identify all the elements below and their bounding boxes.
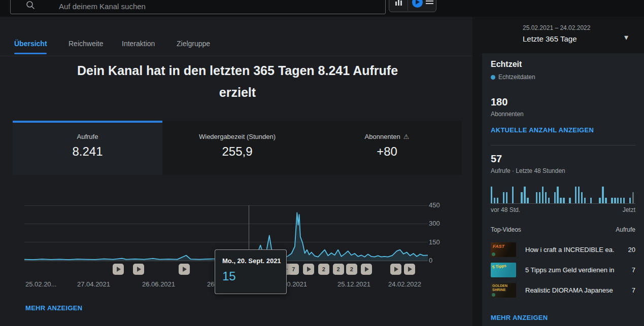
realtime-bar: [542, 187, 544, 203]
realtime-bar: [611, 198, 613, 203]
thumbnail-badge-icon: [492, 293, 495, 297]
realtime-axis-left-label: vor 48 Std.: [491, 206, 520, 213]
realtime-bar: [545, 192, 547, 203]
realtime-bar: [548, 198, 550, 203]
video-title[interactable]: Realistic DIORAMA Japanese ...: [525, 286, 614, 294]
video-title[interactable]: 5 Tipps zum Geld verdienen in...: [525, 266, 614, 274]
realtime-bar: [560, 198, 561, 203]
realtime-bar: [599, 198, 600, 203]
realtime-bar: [506, 192, 507, 203]
live-dot-icon: [491, 75, 495, 80]
realtime-bar: [512, 187, 514, 203]
video-views: 7: [632, 266, 635, 274]
realtime-bar: [590, 198, 592, 203]
realtime-live-label: Echtzeitdaten: [498, 74, 535, 81]
video-upload-marker-play[interactable]: [303, 264, 314, 275]
realtime-bar: [539, 192, 540, 203]
play-icon: [408, 267, 412, 272]
video-upload-marker-count[interactable]: 7: [288, 264, 299, 275]
realtime-bar: [497, 198, 498, 203]
tooltip-date: Mo., 20. Sept. 2021: [222, 257, 281, 265]
youtube-studio-analytics-page: Übersicht Reichweite Interaktion Zielgru…: [0, 0, 644, 326]
extension-avatar-icon[interactable]: [412, 0, 423, 8]
realtime-subscribers-value: 180: [491, 96, 507, 108]
video-views: 20: [628, 246, 635, 253]
realtime-bar: [584, 198, 586, 203]
date-range-preset[interactable]: Letzte 365 Tage: [523, 34, 577, 43]
video-views: 7: [632, 286, 635, 294]
realtime-bar: [527, 198, 528, 203]
video-upload-marker-play[interactable]: [133, 264, 144, 275]
top-videos-more-link[interactable]: MEHR ANZEIGEN: [491, 314, 548, 321]
realtime-axis-right-label: Jetzt: [623, 206, 635, 213]
realtime-bar: [602, 187, 603, 203]
play-icon: [394, 267, 398, 272]
realtime-bar: [557, 187, 558, 203]
realtime-bar: [554, 192, 556, 203]
realtime-bar: [491, 187, 492, 203]
play-icon: [365, 267, 369, 272]
realtime-bar: [632, 192, 634, 203]
thumbnail-text: FAST: [493, 244, 504, 249]
realtime-bar: [521, 192, 522, 203]
date-range-text: 25.02.2021 – 24.02.2022: [523, 24, 590, 31]
realtime-bar: [575, 187, 577, 203]
top-videos-header: Top-Videos: [491, 226, 521, 233]
realtime-bar: [524, 187, 525, 203]
channel-search-box[interactable]: [10, 0, 386, 14]
video-upload-marker-play[interactable]: [390, 264, 401, 275]
play-icon: [183, 267, 187, 272]
search-input[interactable]: [58, 2, 344, 11]
video-upload-marker-play[interactable]: [404, 264, 415, 275]
chevron-down-icon[interactable]: ▾: [624, 32, 628, 42]
thumbnail-badge-icon: [492, 252, 495, 256]
realtime-title: Echtzeit: [491, 60, 522, 69]
realtime-bar: [605, 198, 606, 203]
divider: [408, 0, 408, 11]
video-upload-marker-count[interactable]: 2: [333, 264, 344, 275]
realtime-axis-line: [491, 203, 635, 204]
chart-tooltip: Mo., 20. Sept. 2021 15: [215, 249, 287, 294]
play-icon: [137, 267, 141, 272]
video-thumbnail[interactable]: 5 Tipps: [491, 263, 516, 277]
realtime-bar: [536, 192, 537, 203]
realtime-bar: [620, 198, 622, 203]
top-videos-views-header: Aufrufe: [616, 226, 635, 233]
video-upload-marker-play[interactable]: [113, 264, 124, 275]
video-thumbnail[interactable]: GOLDEN SHRINE: [491, 283, 516, 298]
video-thumbnail[interactable]: FAST: [491, 242, 516, 257]
video-upload-marker-count[interactable]: 2: [318, 264, 329, 275]
tooltip-value: 15: [222, 269, 236, 283]
realtime-bar: [503, 192, 504, 203]
realtime-bar: [569, 198, 570, 203]
play-icon: [117, 267, 121, 272]
show-more-link[interactable]: MEHR ANZEIGEN: [25, 304, 82, 312]
realtime-views-value: 57: [491, 153, 502, 165]
realtime-bar-chart[interactable]: [491, 186, 635, 203]
realtime-bar: [563, 198, 564, 203]
thumbnail-text: 5 Tipps: [492, 264, 507, 270]
realtime-bar: [494, 198, 495, 203]
browser-extension-area: [389, 0, 436, 12]
realtime-bar: [578, 187, 580, 203]
show-current-count-link[interactable]: AKTUELLE ANZAHL ANZEIGEN: [491, 126, 594, 134]
video-title[interactable]: How i craft a INCREDIBLE ea...: [525, 246, 614, 253]
realtime-views-label: Aufrufe · Letzte 48 Stunden: [491, 167, 565, 174]
realtime-bar: [614, 198, 616, 203]
analytics-main-panel: Übersicht Reichweite Interaktion Zielgru…: [0, 17, 472, 326]
analytics-bars-icon[interactable]: [395, 0, 403, 6]
divider: [491, 145, 635, 146]
video-upload-marker-play[interactable]: [179, 264, 190, 275]
realtime-bar: [617, 198, 619, 203]
video-upload-marker-count[interactable]: 2: [346, 264, 357, 275]
top-bar: [0, 0, 644, 17]
thumbnail-text: GOLDEN SHRINE: [492, 284, 510, 292]
play-glyph-icon: [416, 0, 420, 5]
realtime-bar: [581, 192, 583, 203]
realtime-bar: [629, 198, 631, 203]
realtime-bar: [623, 198, 625, 203]
realtime-subscribers-label: Abonnenten: [491, 111, 524, 118]
play-icon: [307, 267, 311, 272]
menu-icon[interactable]: [426, 0, 433, 4]
video-upload-marker-play[interactable]: [361, 264, 372, 275]
